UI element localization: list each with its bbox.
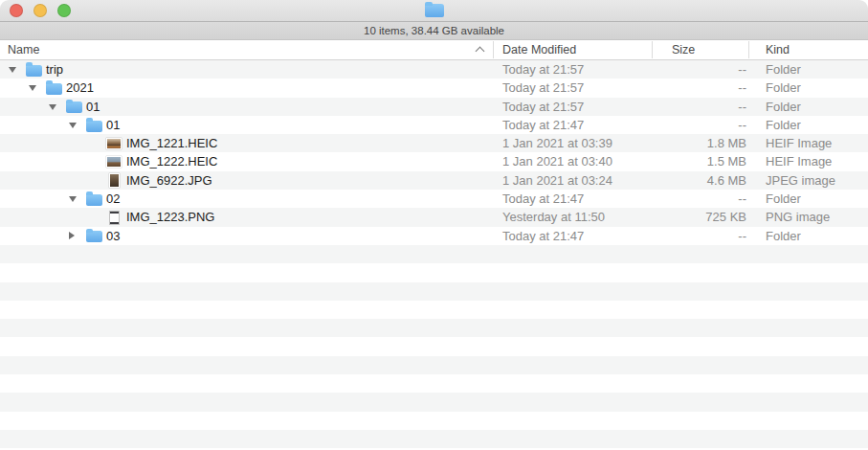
file-size: -- — [652, 227, 746, 245]
file-kind: JPEG image — [766, 171, 835, 190]
table-row[interactable]: 02Today at 21:47--Folder — [0, 190, 868, 208]
file-kind: HEIF Image — [766, 134, 832, 152]
disclosure-triangle-icon[interactable] — [69, 232, 75, 239]
column-header-size[interactable]: Size — [672, 40, 695, 59]
file-name: 2021 — [66, 79, 94, 97]
file-name: 02 — [106, 190, 120, 208]
folder-icon — [85, 190, 102, 208]
date-modified: Today at 21:47 — [502, 190, 584, 208]
file-kind: Folder — [766, 227, 801, 245]
date-modified: Today at 21:47 — [502, 116, 584, 134]
folder-icon — [45, 79, 62, 97]
date-modified: 1 Jan 2021 at 03:24 — [502, 171, 612, 190]
sort-ascending-icon — [476, 47, 485, 56]
status-text: 10 items, 38.44 GB available — [364, 25, 504, 36]
folder-icon — [85, 116, 102, 134]
file-kind: HEIF Image — [766, 152, 832, 170]
file-thumbnail-icon — [105, 208, 122, 226]
file-list: tripToday at 21:57--Folder2021Today at 2… — [0, 60, 868, 245]
disclosure-triangle-icon[interactable] — [29, 85, 36, 91]
column-headers: Name Date Modified Size Kind — [0, 40, 868, 60]
file-size: 4.6 MB — [652, 171, 746, 190]
column-divider[interactable] — [748, 41, 749, 58]
minimize-button[interactable] — [33, 4, 47, 17]
file-kind: Folder — [766, 60, 801, 79]
file-kind: PNG image — [766, 208, 830, 226]
disclosure-triangle-icon[interactable] — [9, 67, 16, 73]
file-size: 1.8 MB — [652, 134, 746, 152]
date-modified: Today at 21:57 — [502, 60, 584, 79]
file-size: -- — [652, 116, 746, 134]
table-row[interactable]: IMG_1223.PNGYesterday at 11:50725 KBPNG … — [0, 208, 868, 226]
table-row[interactable]: IMG_6922.JPG1 Jan 2021 at 03:244.6 MBJPE… — [0, 171, 868, 190]
file-size: -- — [652, 190, 746, 208]
column-divider[interactable] — [493, 41, 494, 58]
date-modified: 1 Jan 2021 at 03:39 — [502, 134, 612, 152]
column-header-date-modified[interactable]: Date Modified — [502, 40, 576, 59]
empty-rows-area — [0, 245, 868, 450]
file-thumbnail-icon — [105, 171, 122, 190]
file-size: -- — [652, 98, 746, 116]
column-header-kind[interactable]: Kind — [766, 40, 790, 59]
file-name: IMG_1223.PNG — [126, 208, 215, 226]
file-size: 725 KB — [652, 208, 746, 226]
date-modified: Yesterday at 11:50 — [502, 208, 605, 226]
date-modified: Today at 21:57 — [502, 98, 584, 116]
file-name: 01 — [86, 98, 100, 116]
file-name: 03 — [106, 227, 120, 245]
file-kind: Folder — [766, 98, 801, 116]
folder-icon — [425, 4, 444, 17]
file-thumbnail-icon — [105, 152, 122, 170]
table-row[interactable]: 2021Today at 21:57--Folder — [0, 79, 868, 97]
folder-icon — [85, 227, 102, 245]
file-thumbnail-icon — [105, 134, 122, 152]
disclosure-triangle-icon[interactable] — [49, 104, 56, 110]
file-kind: Folder — [766, 116, 801, 134]
close-button[interactable] — [10, 4, 23, 17]
file-size: -- — [652, 60, 746, 79]
file-size: -- — [652, 79, 746, 97]
file-size: 1.5 MB — [652, 152, 746, 170]
table-row[interactable]: tripToday at 21:57--Folder — [0, 60, 868, 79]
date-modified: 1 Jan 2021 at 03:40 — [502, 152, 612, 170]
file-name: 01 — [106, 116, 120, 134]
date-modified: Today at 21:47 — [502, 227, 584, 245]
file-kind: Folder — [766, 190, 801, 208]
titlebar[interactable] — [0, 0, 868, 22]
folder-icon — [65, 98, 82, 116]
table-row[interactable]: IMG_1221.HEIC1 Jan 2021 at 03:391.8 MBHE… — [0, 134, 868, 152]
file-name: IMG_6922.JPG — [126, 171, 212, 190]
folder-icon — [25, 60, 42, 79]
file-kind: Folder — [766, 79, 801, 97]
disclosure-triangle-icon[interactable] — [69, 123, 77, 128]
table-row[interactable]: 01Today at 21:47--Folder — [0, 116, 868, 134]
zoom-button[interactable] — [57, 4, 71, 17]
date-modified: Today at 21:57 — [502, 79, 584, 97]
disclosure-triangle-icon[interactable] — [69, 196, 77, 202]
table-row[interactable]: 01Today at 21:57--Folder — [0, 98, 868, 116]
status-bar: 10 items, 38.44 GB available — [0, 22, 868, 40]
file-name: IMG_1222.HEIC — [126, 152, 217, 170]
table-row[interactable]: IMG_1222.HEIC1 Jan 2021 at 03:401.5 MBHE… — [0, 152, 868, 170]
finder-window: 10 items, 38.44 GB available Name Date M… — [0, 0, 868, 450]
file-name: IMG_1221.HEIC — [126, 134, 217, 152]
table-row[interactable]: 03Today at 21:47--Folder — [0, 227, 868, 245]
file-name: trip — [46, 60, 63, 79]
column-header-name[interactable]: Name — [8, 40, 39, 59]
column-divider[interactable] — [652, 41, 653, 58]
